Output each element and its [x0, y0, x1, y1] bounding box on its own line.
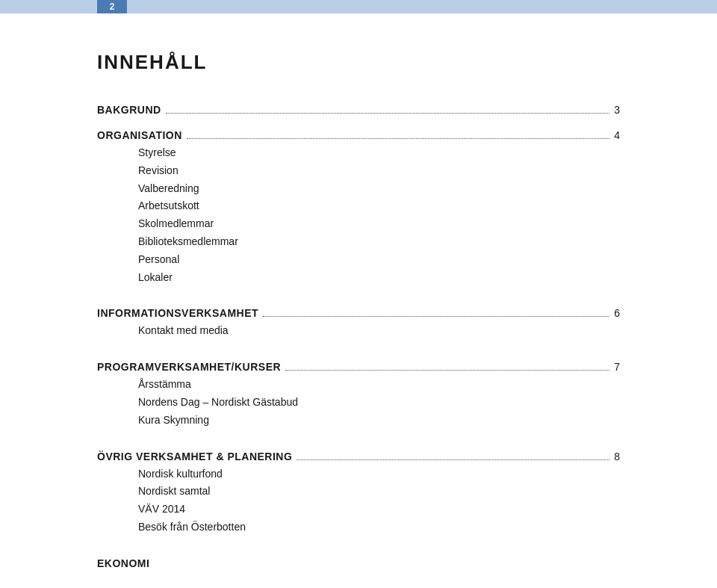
toc-sub-item: Nordiskt samtal — [138, 483, 620, 501]
toc-sub-list-informationsverksamhet: Kontakt med media — [97, 322, 620, 340]
toc-main-entry-ekonomi: EKONOMI — [97, 557, 620, 569]
toc-page-organisation: 4 — [614, 129, 620, 141]
toc-label-organisation: ORGANISATION — [97, 129, 182, 141]
toc-label-bakgrund: BAKGRUND — [97, 104, 161, 116]
toc-container: BAKGRUND3ORGANISATION4StyrelseRevisionVa… — [97, 104, 620, 569]
toc-sub-item: Biblioteksmedlemmar — [138, 233, 620, 251]
toc-sub-item: Nordisk kulturfond — [138, 465, 620, 483]
toc-sub-item: Nordens Dag – Nordiskt Gästabud — [138, 394, 620, 412]
toc-main-entry-informationsverksamhet: INFORMATIONSVERKSAMHET6 — [97, 307, 620, 319]
toc-dots-programverksamhet — [285, 370, 609, 371]
toc-sub-item: Styrelse — [138, 144, 620, 162]
toc-page-ovrig-verksamhet: 8 — [614, 451, 620, 462]
page-title: INNEHÅLL — [97, 51, 620, 74]
toc-dots-informationsverksamhet — [263, 316, 609, 317]
toc-section-programverksamhet: PROGRAMVERKSAMHET/KURSER7ÅrsstämmaNorden… — [97, 361, 620, 429]
toc-sub-item: VÄV 2014 — [138, 501, 620, 519]
toc-sub-item: Lokaler — [138, 269, 620, 287]
toc-sub-item: Valberedning — [138, 180, 620, 198]
toc-dots-bakgrund — [166, 113, 610, 114]
toc-section-ekonomi: EKONOMI — [97, 557, 620, 569]
top-bar: 2 — [0, 0, 717, 13]
toc-sub-item: Kontakt med media — [138, 322, 620, 340]
toc-sub-list-ovrig-verksamhet: Nordisk kulturfondNordiskt samtalVÄV 201… — [97, 465, 620, 536]
page-container: 2 INNEHÅLL BAKGRUND3ORGANISATION4Styrels… — [0, 0, 717, 588]
toc-label-ekonomi: EKONOMI — [97, 557, 149, 569]
toc-main-entry-programverksamhet: PROGRAMVERKSAMHET/KURSER7 — [97, 361, 620, 373]
page-number-text: 2 — [110, 1, 115, 12]
toc-main-entry-organisation: ORGANISATION4 — [97, 129, 620, 141]
toc-sub-list-organisation: StyrelseRevisionValberedningArbetsutskot… — [97, 144, 620, 286]
toc-main-entry-bakgrund: BAKGRUND3 — [97, 104, 620, 116]
toc-sub-item: Skolmedlemmar — [138, 215, 620, 233]
toc-label-ovrig-verksamhet: ÖVRIG VERKSAMHET & PLANERING — [97, 451, 292, 462]
toc-sub-item: Kura Skymning — [138, 412, 620, 430]
main-content: INNEHÅLL BAKGRUND3ORGANISATION4StyrelseR… — [0, 13, 717, 588]
toc-label-informationsverksamhet: INFORMATIONSVERKSAMHET — [97, 307, 258, 319]
toc-section-organisation: ORGANISATION4StyrelseRevisionValberednin… — [97, 129, 620, 286]
toc-page-informationsverksamhet: 6 — [614, 307, 620, 319]
toc-sub-item: Arbetsutskott — [138, 197, 620, 215]
toc-sub-item: Besök från Österbotten — [138, 519, 620, 536]
toc-sub-item: Personal — [138, 251, 620, 269]
toc-dots-organisation — [187, 138, 609, 139]
toc-section-ovrig-verksamhet: ÖVRIG VERKSAMHET & PLANERING8Nordisk kul… — [97, 451, 620, 536]
toc-sub-list-programverksamhet: ÅrsstämmaNordens Dag – Nordiskt Gästabud… — [97, 376, 620, 429]
toc-sub-item: Revision — [138, 162, 620, 180]
toc-dots-ovrig-verksamhet — [297, 459, 609, 460]
toc-main-entry-ovrig-verksamhet: ÖVRIG VERKSAMHET & PLANERING8 — [97, 451, 620, 462]
page-number: 2 — [97, 0, 127, 13]
toc-label-programverksamhet: PROGRAMVERKSAMHET/KURSER — [97, 361, 281, 373]
toc-page-programverksamhet: 7 — [614, 361, 620, 373]
toc-sub-item: Årsstämma — [138, 376, 620, 394]
toc-section-informationsverksamhet: INFORMATIONSVERKSAMHET6Kontakt med media — [97, 307, 620, 340]
toc-page-bakgrund: 3 — [614, 104, 620, 116]
toc-section-bakgrund: BAKGRUND3 — [97, 104, 620, 116]
